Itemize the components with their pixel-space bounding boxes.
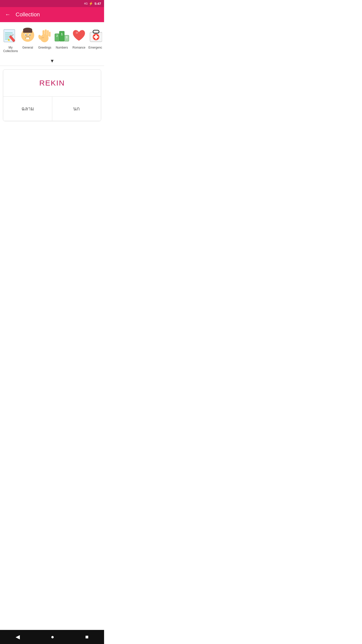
my-collections-icon xyxy=(3,27,18,43)
back-button[interactable]: ← xyxy=(4,10,12,19)
emergency-icon xyxy=(88,28,102,43)
numbers-icon: 1 2 3 xyxy=(54,28,69,43)
svg-rect-25 xyxy=(49,32,51,37)
category-label-general: General xyxy=(22,46,33,49)
category-section: My Collections xyxy=(0,22,104,55)
chevron-row: ▾ xyxy=(0,55,104,66)
category-label-emergency: Emergency xyxy=(88,46,102,49)
answer-left-text: ฉลาม xyxy=(21,105,34,113)
category-item-numbers[interactable]: 1 2 3 Numbers xyxy=(53,26,70,51)
svg-text:3: 3 xyxy=(66,36,67,39)
svg-rect-23 xyxy=(45,29,47,36)
status-bar: 4G ⚡ 5:47 xyxy=(0,0,104,7)
category-item-emergency[interactable]: Emergency xyxy=(87,26,102,51)
category-row: My Collections xyxy=(2,26,102,55)
card-word: REKIN xyxy=(39,79,65,87)
greetings-icon xyxy=(37,28,52,43)
svg-rect-37 xyxy=(94,36,98,38)
svg-point-13 xyxy=(25,34,26,35)
svg-rect-24 xyxy=(47,30,49,36)
card-answers: ฉลาม นก xyxy=(3,97,101,121)
card-section: REKIN ฉลาม นก xyxy=(0,66,104,125)
flashcard: REKIN ฉลาม นก xyxy=(3,69,101,121)
card-answer-right[interactable]: นก xyxy=(52,97,101,121)
general-icon xyxy=(20,28,35,43)
category-item-greetings[interactable]: Greetings xyxy=(36,26,53,51)
category-icon-numbers-wrap: 1 2 3 xyxy=(53,26,71,44)
svg-point-16 xyxy=(27,36,28,37)
card-top: REKIN xyxy=(3,70,101,97)
svg-point-14 xyxy=(29,34,30,35)
svg-rect-22 xyxy=(42,30,44,37)
time-display: 5:47 xyxy=(95,2,101,6)
category-item-my-collections[interactable]: My Collections xyxy=(2,26,19,55)
category-label-greetings: Greetings xyxy=(38,46,51,49)
svg-text:2: 2 xyxy=(56,34,58,37)
category-icon-general-wrap xyxy=(19,26,37,44)
category-icon-emergency-wrap xyxy=(87,26,102,44)
category-item-romance[interactable]: Romance xyxy=(70,26,87,51)
category-label-numbers: Numbers xyxy=(56,46,68,49)
category-icon-my-collections-wrap xyxy=(2,26,20,44)
status-icons: 4G ⚡ xyxy=(84,2,93,6)
romance-icon xyxy=(71,28,86,43)
category-icon-greetings-wrap xyxy=(36,26,54,44)
svg-point-15 xyxy=(26,36,27,37)
app-bar: ← Collection xyxy=(0,7,104,22)
chevron-down-icon[interactable]: ▾ xyxy=(51,58,54,64)
answer-right-text: นก xyxy=(73,105,80,113)
signal-icon: 4G xyxy=(84,2,88,5)
svg-rect-10 xyxy=(23,30,32,33)
category-label-my-collections: My Collections xyxy=(2,46,19,53)
category-item-general[interactable]: General xyxy=(19,26,36,51)
battery-icon: ⚡ xyxy=(89,2,93,6)
category-label-romance: Romance xyxy=(72,46,85,49)
category-icon-romance-wrap xyxy=(70,26,88,44)
svg-text:1: 1 xyxy=(61,32,63,36)
svg-point-17 xyxy=(28,36,29,37)
card-answer-left[interactable]: ฉลาม xyxy=(3,97,52,121)
page-title: Collection xyxy=(16,11,40,18)
